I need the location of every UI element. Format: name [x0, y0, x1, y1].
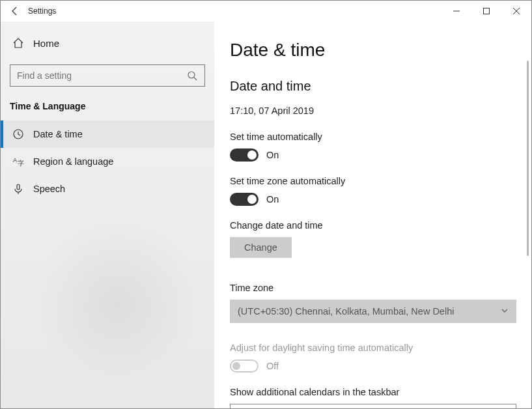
category-header: Time & Language [10, 101, 205, 111]
page-title: Date & time [230, 40, 516, 61]
dst-toggle [230, 360, 259, 373]
search-icon [186, 70, 198, 81]
sidebar-item-label: Region & language [33, 156, 113, 167]
set-tz-auto-toggle[interactable] [230, 193, 259, 206]
dst-label: Adjust for daylight saving time automati… [230, 343, 516, 353]
back-button[interactable] [6, 2, 24, 20]
svg-text:字: 字 [18, 160, 24, 167]
sidebar-item-speech[interactable]: Speech [1, 175, 214, 203]
svg-line-5 [194, 78, 197, 80]
search-input[interactable] [17, 70, 186, 81]
additional-calendars-label: Show additional calendars in the taskbar [230, 387, 516, 397]
main-content: Date & time Date and time 17:10, 07 Apri… [214, 21, 531, 408]
search-box[interactable] [10, 64, 205, 87]
microphone-icon [12, 183, 24, 195]
dst-state: Off [266, 361, 279, 371]
sidebar-item-date-time[interactable]: Date & time [1, 120, 214, 148]
additional-calendars-dropdown[interactable] [230, 404, 516, 408]
home-icon [12, 37, 24, 49]
set-time-auto-state: On [266, 150, 279, 160]
close-button[interactable] [501, 1, 531, 21]
section-heading: Date and time [230, 79, 516, 94]
set-tz-auto-state: On [266, 194, 279, 204]
timezone-value: (UTC+05:30) Chennai, Kolkata, Mumbai, Ne… [238, 306, 454, 317]
maximize-button[interactable] [471, 1, 501, 21]
set-tz-auto-label: Set time zone automatically [230, 176, 516, 186]
svg-text:A: A [13, 157, 17, 163]
sidebar-item-region-language[interactable]: A字 Region & language [1, 148, 214, 175]
chevron-down-icon [501, 306, 509, 317]
clock-icon [12, 128, 24, 140]
titlebar: Settings [1, 1, 531, 21]
svg-rect-1 [484, 8, 490, 14]
minimize-button[interactable] [441, 1, 471, 21]
home-link[interactable]: Home [10, 33, 205, 53]
change-date-time-label: Change date and time [230, 220, 516, 231]
sidebar: Home Time & Language Date & time A字 Regi… [1, 21, 214, 408]
svg-rect-9 [17, 184, 20, 190]
window-title: Settings [28, 7, 56, 16]
home-label: Home [33, 38, 59, 49]
set-time-auto-toggle[interactable] [230, 148, 259, 162]
current-datetime: 17:10, 07 April 2019 [230, 106, 516, 116]
scrollbar[interactable] [527, 61, 529, 256]
sidebar-item-label: Date & time [33, 129, 83, 139]
change-button: Change [230, 237, 292, 258]
svg-point-4 [188, 72, 195, 78]
timezone-label: Time zone [230, 283, 516, 293]
sidebar-item-label: Speech [33, 184, 65, 194]
globe-alpha-icon: A字 [12, 156, 24, 167]
set-time-auto-label: Set time automatically [230, 132, 516, 142]
timezone-dropdown[interactable]: (UTC+05:30) Chennai, Kolkata, Mumbai, Ne… [230, 300, 516, 323]
